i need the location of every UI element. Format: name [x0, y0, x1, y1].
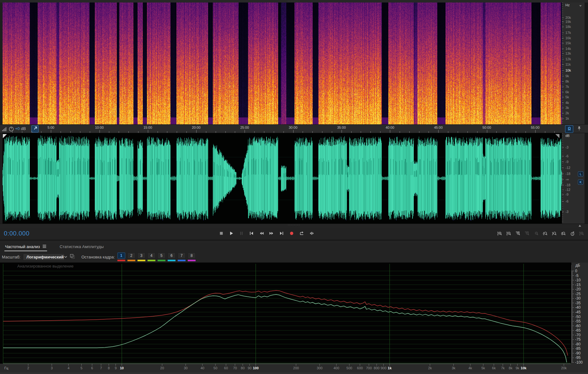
rewind-button[interactable]: [257, 230, 266, 237]
channel-left-button[interactable]: L: [578, 171, 583, 176]
scroll-up-icon[interactable]: [578, 224, 582, 228]
spectrogram-frequency-scale[interactable]: Hz 20k19k18k17k16k15k14k13k12k11k10k9k8k…: [562, 3, 585, 124]
ruler-tick: [361, 131, 361, 133]
svg-text:20: 20: [160, 366, 164, 370]
ruler-time-label: 30:00: [289, 126, 298, 129]
fold-handle-right-icon[interactable]: [555, 134, 559, 138]
play-button[interactable]: [227, 230, 235, 237]
ruler-time-label: 10:00: [95, 126, 104, 129]
zoom-in-horizontal-button[interactable]: [514, 230, 522, 237]
zoom-in-right-selection-button[interactable]: [550, 230, 558, 237]
hold-frame-button-5[interactable]: 5: [158, 252, 165, 259]
hold-frame-button-3[interactable]: 3: [138, 252, 145, 259]
timeline-ticks: 5:0010:0015:0020:0025:0030:0035:0040:004…: [0, 125, 562, 133]
svg-text:40: 40: [201, 366, 204, 370]
ruler-time-label: 35:00: [337, 126, 346, 129]
hold-frame-button-4[interactable]: 4: [148, 252, 155, 259]
right-edge-strip: [585, 3, 588, 224]
zoom-to-selection-button[interactable]: [559, 230, 567, 237]
fast-forward-button[interactable]: [267, 230, 276, 237]
svg-text:60: 60: [224, 366, 228, 370]
svg-text:4k: 4k: [468, 366, 472, 370]
refresh-analysis-button[interactable]: [569, 230, 576, 237]
ruler-tick: [438, 130, 439, 133]
scale-tick: [562, 201, 564, 202]
hold-frame-button-2[interactable]: 2: [127, 252, 135, 259]
scale-label: 1k: [565, 117, 569, 120]
tab-label: Статистика Амплитуды: [60, 244, 104, 249]
skip-selection-button[interactable]: [308, 230, 316, 237]
tab-frequency-analysis[interactable]: Частотный анализ: [4, 242, 47, 251]
svg-text:3k: 3k: [452, 366, 456, 370]
hold-frame-color-swatch: [178, 260, 186, 261]
hold-frame-2: 2: [127, 252, 135, 261]
spectrogram-display[interactable]: [3, 3, 562, 124]
waveform-db-scale[interactable]: dB L K -3-6-9-12-18-∞-18-12-9-6-3: [562, 133, 585, 224]
time-display[interactable]: 0:00.000: [4, 230, 30, 237]
hold-frame-button-6[interactable]: 6: [168, 252, 175, 259]
scale-label: -3: [565, 210, 569, 214]
stop-button[interactable]: [217, 230, 225, 237]
ruler-tick: [506, 131, 506, 133]
scale-label: 10k: [565, 68, 571, 72]
frame-copy-icon[interactable]: [70, 254, 75, 260]
ruler-tick: [496, 131, 497, 133]
frequency-analysis-graph[interactable]: дБ0-5-10-15-20-25-30-35-40-45-50-55-60-6…: [0, 263, 588, 372]
go-to-start-button[interactable]: [247, 230, 256, 237]
scale-label: 4k: [565, 101, 569, 105]
loop-playback-button[interactable]: [298, 230, 306, 237]
svg-text:-90: -90: [575, 351, 581, 355]
scale-label: -12: [565, 188, 570, 192]
tab-amplitude-statistics[interactable]: Статистика Амплитуды: [59, 242, 104, 251]
hold-frame-button-8[interactable]: 8: [188, 252, 196, 259]
fold-handle-left-icon[interactable]: [3, 134, 7, 138]
frequency-scale-ticks: [562, 3, 563, 124]
channel-right-button[interactable]: K: [578, 180, 583, 185]
svg-text:5: 5: [81, 366, 83, 370]
svg-text:-100: -100: [575, 360, 583, 365]
waveform-display[interactable]: [3, 133, 562, 224]
hold-frame-button-1[interactable]: 1: [117, 252, 125, 259]
svg-text:6: 6: [91, 366, 93, 370]
scale-label: 19k: [565, 20, 571, 24]
go-to-end-button[interactable]: [278, 230, 286, 237]
panel-menu-arrow-icon[interactable]: [579, 3, 582, 8]
ruler-time-label: 5:00: [48, 126, 54, 129]
scale-label: 16k: [565, 36, 571, 40]
scale-tick: [562, 147, 564, 148]
marker-pin-icon[interactable]: [577, 126, 581, 132]
ruler-tick: [283, 131, 284, 133]
panel-divider-middle[interactable]: ········: [0, 224, 588, 228]
zoom-in-left-selection-button[interactable]: [541, 230, 549, 237]
svg-text:-45: -45: [575, 310, 581, 314]
timeline-ruler[interactable]: +0 dB 5:0010:0015:0020:0025:0030:0035:00…: [0, 124, 588, 133]
zoom-out-vertical-button[interactable]: [505, 230, 513, 237]
zoom-in-vertical-button[interactable]: [496, 230, 504, 237]
ruler-tick: [554, 131, 555, 133]
svg-text:-5: -5: [575, 274, 579, 278]
scale-label: -9: [565, 192, 569, 196]
ruler-tick: [70, 131, 71, 133]
svg-text:7k: 7k: [501, 366, 505, 370]
scale-tick: [562, 156, 564, 156]
hold-frame-button-7[interactable]: 7: [178, 252, 186, 259]
ruler-time-label: 45:00: [434, 126, 443, 129]
hold-frame-8: 8: [188, 252, 196, 261]
panel-grip-icon: ········: [0, 0, 588, 2]
ruler-tick: [41, 131, 41, 133]
analysis-tabs: Частотный анализ Статистика Амплитуды: [0, 242, 588, 251]
menu-icon[interactable]: [42, 244, 46, 249]
panel-divider-top[interactable]: ········: [0, 0, 588, 3]
hold-frame-color-swatch: [188, 260, 196, 261]
ruler-tick: [196, 130, 197, 133]
scale-tick: [562, 179, 564, 180]
ruler-tick: [22, 131, 22, 133]
ruler-tick: [158, 131, 158, 133]
ruler-tick: [535, 130, 536, 133]
svg-text:6k: 6k: [492, 366, 496, 370]
scale-dropdown[interactable]: Логарифмический: [23, 253, 65, 261]
ruler-tick: [177, 131, 177, 133]
record-button[interactable]: [288, 230, 296, 237]
snap-toggle-button[interactable]: [565, 125, 573, 133]
svg-text:-50: -50: [575, 315, 581, 319]
